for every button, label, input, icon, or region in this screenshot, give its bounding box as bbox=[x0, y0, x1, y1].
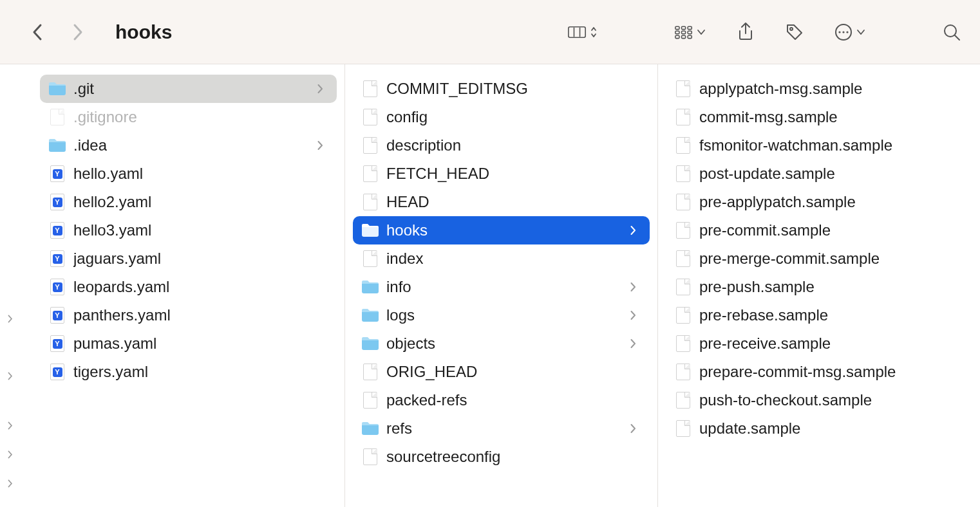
svg-rect-4 bbox=[682, 26, 686, 29]
item-label: applypatch-msg.sample bbox=[699, 80, 862, 98]
chevron-right-icon bbox=[316, 83, 324, 95]
folder-icon bbox=[361, 277, 380, 297]
list-item[interactable]: pre-applypatch.sample bbox=[666, 188, 963, 216]
column-2: COMMIT_EDITMSGconfigdescriptionFETCH_HEA… bbox=[345, 64, 658, 507]
chevron-right-icon bbox=[629, 338, 637, 349]
item-label: logs bbox=[386, 306, 415, 324]
svg-rect-7 bbox=[682, 31, 686, 33]
folder-icon bbox=[361, 306, 380, 325]
list-item[interactable]: pre-rebase.sample bbox=[666, 301, 963, 329]
list-item[interactable]: commit-msg.sample bbox=[666, 103, 963, 131]
file-icon bbox=[361, 136, 380, 155]
list-item[interactable]: HEAD bbox=[353, 188, 650, 216]
svg-point-14 bbox=[838, 31, 840, 33]
svg-point-16 bbox=[846, 31, 848, 33]
list-item[interactable]: Yjaguars.yaml bbox=[40, 244, 337, 273]
list-item[interactable]: packed-refs bbox=[353, 386, 650, 414]
file-icon bbox=[674, 277, 693, 297]
item-label: index bbox=[386, 250, 423, 268]
list-item[interactable]: logs bbox=[353, 301, 650, 329]
item-label: leopards.yaml bbox=[73, 278, 169, 296]
more-button[interactable] bbox=[834, 24, 865, 40]
item-label: tigers.yaml bbox=[73, 363, 148, 381]
item-label: .idea bbox=[73, 136, 107, 154]
sidebar-disclosure-chevron-icon[interactable] bbox=[8, 315, 13, 325]
list-item[interactable]: FETCH_HEAD bbox=[353, 160, 650, 188]
list-item[interactable]: sourcetreeconfig bbox=[353, 443, 650, 471]
folder-icon bbox=[361, 221, 380, 240]
item-label: pre-merge-commit.sample bbox=[699, 250, 880, 268]
svg-rect-8 bbox=[688, 31, 692, 33]
item-label: jaguars.yaml bbox=[73, 250, 161, 268]
sidebar-disclosure-chevron-icon[interactable] bbox=[8, 372, 13, 382]
svg-point-12 bbox=[790, 28, 793, 30]
list-item[interactable]: COMMIT_EDITMSG bbox=[353, 75, 650, 103]
list-item[interactable]: Ypumas.yaml bbox=[40, 329, 337, 358]
sidebar-disclosure-hints bbox=[0, 64, 32, 507]
list-item[interactable]: post-update.sample bbox=[666, 160, 963, 188]
list-item[interactable]: index bbox=[353, 244, 650, 273]
file-icon bbox=[674, 334, 693, 353]
sidebar-disclosure-chevron-icon[interactable] bbox=[8, 479, 13, 490]
file-icon bbox=[361, 362, 380, 382]
list-item[interactable]: info bbox=[353, 273, 650, 301]
list-item[interactable]: push-to-checkout.sample bbox=[666, 386, 963, 414]
svg-rect-6 bbox=[675, 31, 679, 33]
list-item[interactable]: objects bbox=[353, 329, 650, 358]
search-button[interactable] bbox=[943, 24, 961, 40]
list-item[interactable]: pre-commit.sample bbox=[666, 216, 963, 244]
group-button[interactable] bbox=[675, 24, 706, 40]
list-item[interactable]: pre-merge-commit.sample bbox=[666, 244, 963, 273]
item-label: push-to-checkout.sample bbox=[699, 391, 872, 409]
sidebar-disclosure-chevron-icon[interactable] bbox=[8, 450, 13, 461]
list-item[interactable]: .git bbox=[40, 75, 337, 103]
list-item[interactable]: Yhello3.yaml bbox=[40, 216, 337, 244]
file-icon bbox=[674, 107, 693, 127]
list-item[interactable]: .idea bbox=[40, 131, 337, 160]
window-title: hooks bbox=[115, 21, 172, 43]
file-icon bbox=[361, 249, 380, 268]
columns-icon bbox=[568, 24, 586, 40]
list-item[interactable]: hooks bbox=[353, 216, 650, 244]
column-3: applypatch-msg.samplecommit-msg.samplefs… bbox=[658, 64, 971, 507]
list-item[interactable]: fsmonitor-watchman.sample bbox=[666, 131, 963, 160]
chevron-down-icon bbox=[856, 29, 865, 35]
sidebar-disclosure-chevron-icon[interactable] bbox=[8, 421, 13, 432]
file-icon bbox=[674, 136, 693, 155]
item-label: info bbox=[386, 278, 411, 296]
forward-button[interactable] bbox=[70, 24, 86, 40]
list-item[interactable]: Yleopards.yaml bbox=[40, 273, 337, 301]
item-label: ORIG_HEAD bbox=[386, 363, 477, 381]
list-item[interactable]: .gitignore bbox=[40, 103, 337, 131]
item-label: description bbox=[386, 136, 461, 154]
file-icon bbox=[361, 447, 380, 466]
chevron-right-icon bbox=[629, 423, 637, 434]
list-item[interactable]: pre-receive.sample bbox=[666, 329, 963, 358]
back-button[interactable] bbox=[29, 24, 44, 40]
view-columns-button[interactable] bbox=[568, 24, 598, 40]
share-button[interactable] bbox=[737, 24, 755, 40]
list-item[interactable]: config bbox=[353, 103, 650, 131]
list-item[interactable]: update.sample bbox=[666, 414, 963, 443]
list-item[interactable]: Ypanthers.yaml bbox=[40, 301, 337, 329]
chevron-right-icon bbox=[629, 225, 637, 236]
list-item[interactable]: applypatch-msg.sample bbox=[666, 75, 963, 103]
item-label: pumas.yaml bbox=[73, 335, 156, 353]
svg-rect-0 bbox=[569, 26, 585, 37]
list-item[interactable]: refs bbox=[353, 414, 650, 443]
item-label: pre-rebase.sample bbox=[699, 306, 828, 324]
item-label: refs bbox=[386, 419, 412, 438]
chevron-right-icon bbox=[73, 23, 84, 41]
file-icon bbox=[674, 249, 693, 268]
tags-button[interactable] bbox=[786, 24, 804, 40]
item-label: packed-refs bbox=[386, 391, 467, 409]
list-item[interactable]: ORIG_HEAD bbox=[353, 358, 650, 386]
list-item[interactable]: description bbox=[353, 131, 650, 160]
list-item[interactable]: Ytigers.yaml bbox=[40, 358, 337, 386]
list-item[interactable]: Yhello.yaml bbox=[40, 160, 337, 188]
item-label: HEAD bbox=[386, 193, 429, 211]
list-item[interactable]: prepare-commit-msg.sample bbox=[666, 358, 963, 386]
list-item[interactable]: Yhello2.yaml bbox=[40, 188, 337, 216]
list-item[interactable]: pre-push.sample bbox=[666, 273, 963, 301]
file-icon bbox=[361, 391, 380, 410]
